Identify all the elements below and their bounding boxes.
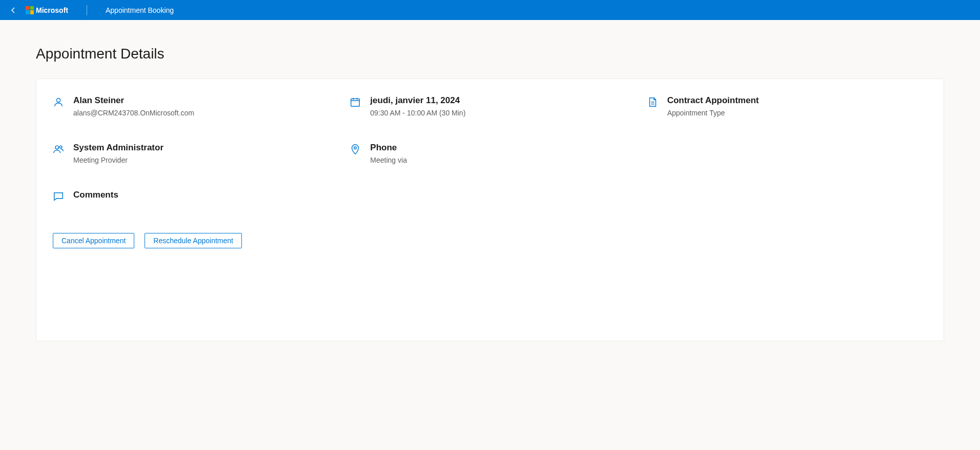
header-divider — [87, 5, 87, 15]
details-card: Alan Steiner alans@CRM243708.OnMicrosoft… — [36, 79, 944, 341]
app-header: Microsoft Appointment Booking — [0, 0, 980, 20]
microsoft-logo: Microsoft — [26, 6, 68, 14]
provider-name: System Administrator — [73, 143, 164, 153]
svg-point-7 — [55, 146, 58, 149]
person-email: alans@CRM243708.OnMicrosoft.com — [73, 109, 194, 117]
location-pin-icon — [350, 144, 361, 155]
comments-label: Comments — [73, 190, 118, 200]
details-grid: Alan Steiner alans@CRM243708.OnMicrosoft… — [53, 95, 927, 202]
detail-provider: System Administrator Meeting Provider — [53, 143, 333, 164]
page-title: Appointment Details — [36, 46, 944, 62]
detail-location: Phone Meeting via — [350, 143, 630, 164]
person-name: Alan Steiner — [73, 95, 194, 106]
svg-point-8 — [59, 146, 62, 148]
detail-type: Contract Appointment Appointment Type — [647, 95, 927, 117]
provider-label: Meeting Provider — [73, 156, 164, 164]
date-value: jeudi, janvier 11, 2024 — [370, 95, 465, 106]
type-name: Contract Appointment — [667, 95, 759, 106]
location-label: Meeting via — [370, 156, 407, 164]
detail-date: jeudi, janvier 11, 2024 09:30 AM - 10:00… — [350, 95, 630, 117]
microsoft-logo-icon — [26, 6, 34, 14]
time-value: 09:30 AM - 10:00 AM (30 Min) — [370, 109, 465, 117]
person-icon — [53, 96, 64, 108]
action-buttons: Cancel Appointment Reschedule Appointmen… — [53, 233, 927, 248]
svg-rect-1 — [351, 99, 360, 107]
comment-icon — [53, 191, 64, 202]
svg-point-9 — [354, 147, 357, 149]
svg-point-0 — [56, 99, 60, 102]
detail-person: Alan Steiner alans@CRM243708.OnMicrosoft… — [53, 95, 333, 117]
location-name: Phone — [370, 143, 407, 153]
chevron-left-icon — [9, 6, 17, 14]
main-content: Appointment Details Alan Steiner alans@C… — [0, 20, 980, 341]
microsoft-logo-text: Microsoft — [36, 6, 68, 14]
type-label: Appointment Type — [667, 109, 759, 117]
detail-comments: Comments — [53, 190, 927, 202]
back-button[interactable] — [6, 0, 21, 20]
people-icon — [53, 144, 64, 155]
reschedule-appointment-button[interactable]: Reschedule Appointment — [145, 233, 242, 248]
header-title: Appointment Booking — [106, 6, 174, 14]
document-icon — [647, 96, 658, 108]
cancel-appointment-button[interactable]: Cancel Appointment — [53, 233, 134, 248]
calendar-icon — [350, 96, 361, 108]
